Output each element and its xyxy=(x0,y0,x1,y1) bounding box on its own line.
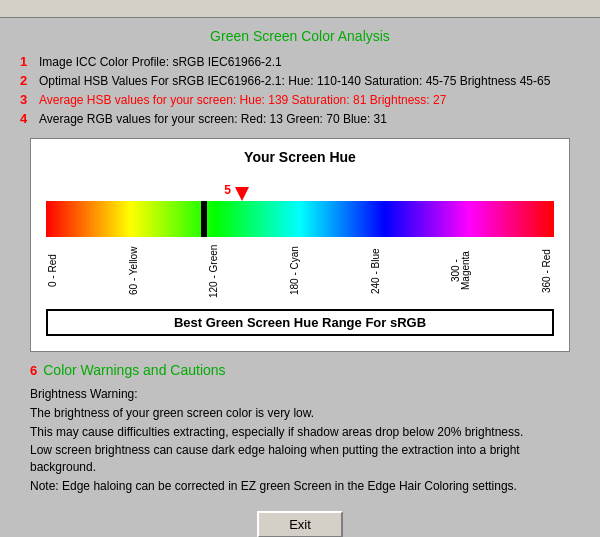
hue-panel-title: Your Screen Hue xyxy=(46,149,554,165)
hue-label: 300 - Magenta xyxy=(451,241,471,301)
info-bullet-2: 2 xyxy=(20,73,34,88)
warning-line: Note: Edge haloing can be corrected in E… xyxy=(30,478,570,495)
warnings-bullet: 6 xyxy=(30,363,37,378)
warning-line: The brightness of your green screen colo… xyxy=(30,405,570,422)
hue-labels: 0 - Red60 - Yellow120 - Green180 - Cyan2… xyxy=(46,241,554,301)
info-row-2: 2Optimal HSB Values For sRGB IEC61966-2.… xyxy=(20,73,580,88)
info-row-3: 3Average HSB values for your screen: Hue… xyxy=(20,92,580,107)
info-bullet-4: 4 xyxy=(20,111,34,126)
info-text-3: Average HSB values for your screen: Hue:… xyxy=(39,93,446,107)
hue-panel: Your Screen Hue 5 0 - Red60 - Yellow120 … xyxy=(30,138,570,352)
hue-label: 240 - Blue xyxy=(371,241,381,301)
hue-bar-container xyxy=(46,201,554,237)
hue-label: 180 - Cyan xyxy=(290,241,300,301)
warning-line: Low screen brightness can cause dark edg… xyxy=(30,442,570,476)
indicator-label: 5 xyxy=(224,183,231,197)
warning-line: This may cause difficulties extracting, … xyxy=(30,424,570,441)
hue-label: 360 - Red xyxy=(542,241,552,301)
main-container: Green Screen Color Analysis 1Image ICC C… xyxy=(0,18,600,537)
top-bar xyxy=(0,0,600,18)
warning-lines: Brightness Warning:The brightness of you… xyxy=(30,386,570,495)
best-range-label: Best Green Screen Hue Range For sRGB xyxy=(46,309,554,336)
exit-button[interactable]: Exit xyxy=(257,511,343,537)
warnings-title: Color Warnings and Cautions xyxy=(43,362,225,378)
indicator-row: 5 xyxy=(46,173,554,201)
warnings-section: 6 Color Warnings and Cautions Brightness… xyxy=(30,362,570,495)
info-bullet-3: 3 xyxy=(20,92,34,107)
page-title: Green Screen Color Analysis xyxy=(20,28,580,44)
info-rows: 1Image ICC Color Profile: sRGB IEC61966-… xyxy=(20,54,580,126)
info-text-4: Average RGB values for your screen: Red:… xyxy=(39,112,387,126)
warning-line: Brightness Warning: xyxy=(30,386,570,403)
info-row-1: 1Image ICC Color Profile: sRGB IEC61966-… xyxy=(20,54,580,69)
hue-label: 60 - Yellow xyxy=(129,241,139,301)
info-row-4: 4Average RGB values for your screen: Red… xyxy=(20,111,580,126)
hue-label: 120 - Green xyxy=(209,241,219,301)
hue-bar xyxy=(46,201,554,237)
info-bullet-1: 1 xyxy=(20,54,34,69)
exit-row: Exit xyxy=(20,511,580,537)
hue-label: 0 - Red xyxy=(48,241,58,301)
indicator-arrow xyxy=(235,187,249,201)
warnings-title-row: 6 Color Warnings and Cautions xyxy=(30,362,570,378)
info-text-2: Optimal HSB Values For sRGB IEC61966-2.1… xyxy=(39,74,550,88)
info-text-1: Image ICC Color Profile: sRGB IEC61966-2… xyxy=(39,55,282,69)
